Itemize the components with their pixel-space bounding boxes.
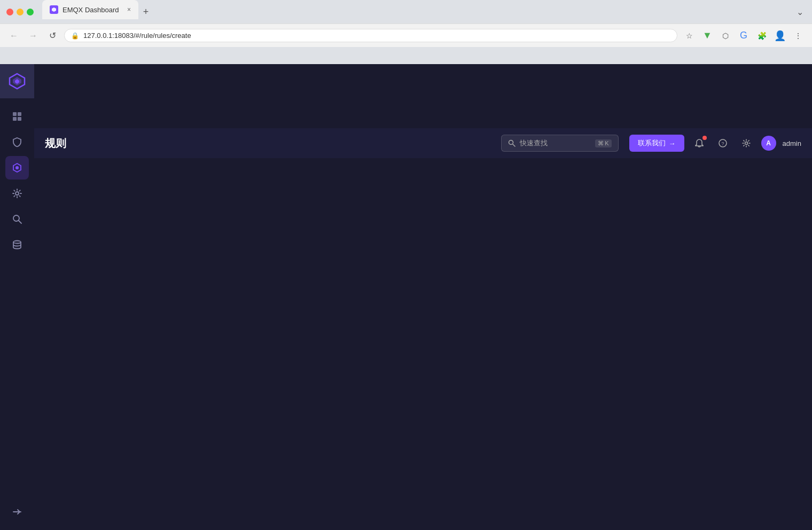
sidebar-item-extensions[interactable] xyxy=(5,182,29,205)
header: 规则 快速查找 ⌘ K 联系我们 → xyxy=(34,128,812,158)
help-button[interactable]: ? xyxy=(714,135,731,152)
sidebar-bottom xyxy=(5,494,29,530)
sidebar-item-expand[interactable] xyxy=(5,500,29,524)
shield-icon xyxy=(12,137,22,147)
new-tab-button[interactable]: + xyxy=(138,4,153,19)
svg-rect-7 xyxy=(18,117,21,121)
extension-icon-1[interactable]: ▼ xyxy=(700,28,715,43)
search-placeholder: 快速查找 xyxy=(520,138,548,148)
bookmark-icon[interactable]: ☆ xyxy=(682,28,697,43)
help-circle-icon: ? xyxy=(718,138,728,148)
user-initial: A xyxy=(766,139,771,147)
svg-point-11 xyxy=(13,215,19,221)
svg-point-9 xyxy=(15,166,19,169)
settings-button[interactable] xyxy=(738,135,755,152)
menu-icon[interactable]: ⋮ xyxy=(791,28,806,43)
svg-point-13 xyxy=(13,241,21,244)
tab-extras-button[interactable]: ⌄ xyxy=(794,5,806,19)
sidebar-item-dashboard[interactable] xyxy=(5,105,29,128)
dashboard-icon xyxy=(12,111,22,122)
gear-icon xyxy=(12,188,22,199)
nav-right-icons: ☆ ▼ ⬡ G 🧩 👤 ⋮ xyxy=(682,28,806,43)
shortcut-letter: K xyxy=(605,140,608,147)
header-search[interactable]: 快速查找 ⌘ K xyxy=(501,135,619,152)
minimize-dot[interactable] xyxy=(17,9,24,15)
svg-rect-6 xyxy=(13,117,17,121)
address-text: 127.0.0.1:18083/#/rule/rules/create xyxy=(83,32,670,40)
sidebar-logo[interactable] xyxy=(0,64,34,98)
svg-point-19 xyxy=(745,142,747,145)
app-wrapper: 规则 快速查找 ⌘ K 联系我们 → xyxy=(0,64,812,530)
svg-line-16 xyxy=(513,144,515,146)
tab-favicon xyxy=(50,5,58,14)
user-avatar[interactable]: A xyxy=(761,136,776,151)
tab-close-button[interactable]: × xyxy=(127,6,131,13)
browser-title-bar: EMQX Dashboard × + ⌄ xyxy=(0,0,812,24)
svg-text:?: ? xyxy=(721,141,724,146)
browser-tabs: EMQX Dashboard × + xyxy=(42,4,153,19)
extensions-icon[interactable]: 🧩 xyxy=(754,28,769,43)
profile-icon[interactable]: 👤 xyxy=(772,28,787,43)
contact-arrow: → xyxy=(669,139,676,147)
search-icon xyxy=(508,139,516,147)
notification-button[interactable] xyxy=(691,135,708,152)
reload-button[interactable]: ↺ xyxy=(45,28,60,43)
sidebar-item-security[interactable] xyxy=(5,130,29,154)
close-dot[interactable] xyxy=(6,9,13,15)
svg-line-12 xyxy=(19,221,21,223)
svg-marker-0 xyxy=(52,7,56,12)
sidebar-nav xyxy=(5,98,29,494)
expand-icon xyxy=(12,506,22,517)
browser-nav: ← → ↺ 🔒 127.0.0.1:18083/#/rule/rules/cre… xyxy=(0,24,812,47)
header-title: 规则 xyxy=(45,136,66,151)
search-icon xyxy=(12,214,22,224)
sidebar-item-monitor[interactable] xyxy=(5,207,29,231)
svg-point-10 xyxy=(15,192,19,195)
extension-icon-3[interactable]: G xyxy=(736,28,751,43)
sidebar xyxy=(0,64,34,530)
shortcut-key: ⌘ xyxy=(598,140,604,147)
browser-dots xyxy=(6,9,34,15)
database-icon xyxy=(12,239,22,250)
emqx-icon xyxy=(51,7,57,12)
address-bar[interactable]: 🔒 127.0.0.1:18083/#/rule/rules/create xyxy=(64,29,677,42)
tab-label: EMQX Dashboard xyxy=(63,6,119,14)
back-button[interactable]: ← xyxy=(6,28,21,43)
bell-icon xyxy=(694,138,704,148)
notification-badge xyxy=(702,136,707,140)
settings-icon xyxy=(741,138,751,148)
svg-point-15 xyxy=(509,141,513,145)
search-shortcut: ⌘ K xyxy=(595,139,611,147)
browser-chrome: EMQX Dashboard × + ⌄ ← → ↺ 🔒 127.0.0.1:1… xyxy=(0,0,812,64)
user-name[interactable]: admin xyxy=(783,139,801,147)
rules-icon xyxy=(12,162,22,173)
contact-us-label: 联系我们 xyxy=(638,138,666,148)
header-actions: 联系我们 → ? xyxy=(629,135,801,152)
sidebar-item-rules[interactable] xyxy=(5,156,29,180)
tab-extras: ⌄ xyxy=(794,5,806,19)
contact-us-button[interactable]: 联系我们 → xyxy=(629,135,684,152)
extension-icon-2[interactable]: ⬡ xyxy=(718,28,733,43)
address-lock-icon: 🔒 xyxy=(71,32,79,40)
browser-tab-emqx[interactable]: EMQX Dashboard × xyxy=(42,0,138,19)
sidebar-item-data[interactable] xyxy=(5,233,29,256)
svg-rect-5 xyxy=(18,112,21,116)
maximize-dot[interactable] xyxy=(27,9,34,15)
svg-rect-4 xyxy=(13,112,17,116)
emqx-logo-icon xyxy=(7,72,27,91)
forward-button[interactable]: → xyxy=(26,28,41,43)
